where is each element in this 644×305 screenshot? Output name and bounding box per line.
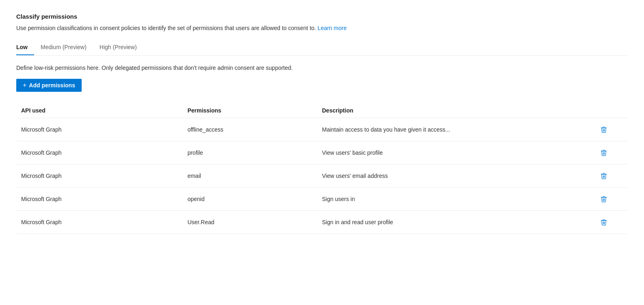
page-description: Use permission classifications in consen…	[16, 24, 628, 32]
trash-icon	[600, 125, 608, 134]
cell-action	[597, 118, 628, 141]
table-row: Microsoft Graphoffline_accessMaintain ac…	[16, 118, 628, 141]
cell-action	[597, 141, 628, 164]
cell-description: Sign in and read user profile	[322, 211, 597, 234]
cell-api: Microsoft Graph	[16, 188, 187, 211]
delete-button[interactable]	[597, 124, 610, 135]
tab-high[interactable]: High (Preview)	[100, 41, 143, 55]
trash-icon	[600, 218, 608, 226]
section-description: Define low-risk permissions here. Only d…	[16, 64, 628, 72]
cell-description: Maintain access to data you have given i…	[322, 118, 597, 141]
cell-permissions: openid	[187, 188, 322, 211]
table-row: Microsoft GraphprofileView users' basic …	[16, 141, 628, 164]
tab-low[interactable]: Low	[16, 41, 34, 55]
cell-api: Microsoft Graph	[16, 164, 187, 188]
cell-api: Microsoft Graph	[16, 141, 187, 164]
cell-action	[597, 164, 628, 188]
description-text: Use permission classifications in consen…	[16, 25, 318, 31]
cell-permissions: offline_access	[187, 118, 322, 141]
cell-permissions: email	[187, 164, 322, 188]
trash-icon	[600, 149, 608, 157]
col-header-permissions: Permissions	[187, 103, 322, 118]
plus-icon: +	[23, 82, 26, 89]
page-title: Classify permissions	[16, 13, 628, 20]
col-header-description: Description	[322, 103, 597, 118]
delete-button[interactable]	[597, 170, 610, 182]
table-row: Microsoft GraphUser.ReadSign in and read…	[16, 211, 628, 234]
table-header-row: API used Permissions Description	[16, 103, 628, 118]
add-permissions-button[interactable]: + Add permissions	[16, 79, 82, 92]
cell-action	[597, 188, 628, 211]
cell-api: Microsoft Graph	[16, 211, 187, 234]
cell-permissions: profile	[187, 141, 322, 164]
delete-button[interactable]	[597, 147, 610, 158]
table-row: Microsoft GraphemailView users' email ad…	[16, 164, 628, 188]
cell-action	[597, 211, 628, 234]
table-row: Microsoft GraphopenidSign users in	[16, 188, 628, 211]
trash-icon	[600, 195, 608, 203]
cell-description: Sign users in	[322, 188, 597, 211]
cell-description: View users' email address	[322, 164, 597, 188]
learn-more-link[interactable]: Learn more	[318, 25, 347, 31]
delete-button[interactable]	[597, 216, 610, 228]
permissions-table: API used Permissions Description Microso…	[16, 103, 628, 234]
tab-medium[interactable]: Medium (Preview)	[41, 41, 93, 55]
tabs-container: Low Medium (Preview) High (Preview)	[16, 41, 628, 56]
cell-api: Microsoft Graph	[16, 118, 187, 141]
delete-button[interactable]	[597, 193, 610, 205]
cell-description: View users' basic profile	[322, 141, 597, 164]
col-header-api: API used	[16, 103, 187, 118]
trash-icon	[600, 172, 608, 180]
cell-permissions: User.Read	[187, 211, 322, 234]
add-permissions-label: Add permissions	[29, 82, 75, 89]
col-header-actions	[597, 103, 628, 118]
